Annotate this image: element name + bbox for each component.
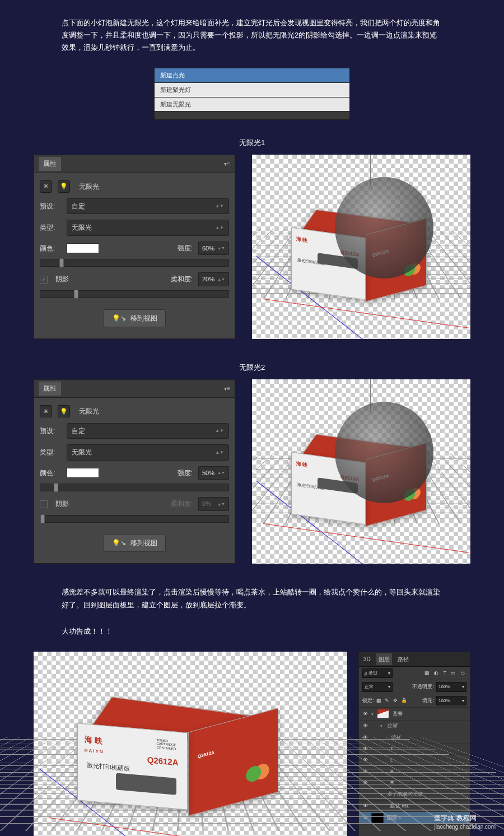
tab-paths[interactable]: 路径: [395, 653, 411, 665]
select-type-2[interactable]: 无限光▲▼: [67, 444, 229, 460]
viewport-light2[interactable]: Q2612A 海 映 Q2612A 激光打印机硒鼓: [252, 379, 470, 564]
label-fill: 填充:: [422, 696, 434, 705]
color-swatch[interactable]: [67, 243, 99, 253]
context-menu: 新建点光 新建聚光灯 新建无限光: [154, 68, 350, 120]
filter-icons[interactable]: ▦ ◐ T ▭ ◇: [424, 669, 466, 677]
light-type-title: 无限光: [79, 181, 99, 192]
panel-menu-icon[interactable]: ▾≡: [224, 159, 230, 169]
layer-bg[interactable]: 👁▾背景: [359, 708, 470, 721]
menu-item-spotlight[interactable]: 新建聚光灯: [155, 83, 349, 97]
move-to-view-button[interactable]: 💡↘ 移到视图: [104, 309, 166, 327]
light-gizmo-2[interactable]: [335, 402, 433, 503]
sun-icon[interactable]: ☀: [40, 180, 52, 193]
input-intensity-2[interactable]: 50%▲▼: [198, 466, 229, 480]
paragraph-intro: 点下面的小灯泡新建无限光，这个灯用来给暗面补光，建立完灯光后会发现视图里变得特亮…: [62, 17, 442, 54]
label-opacity: 不透明度:: [412, 682, 434, 691]
paragraph-outro-2: 大功告成！！！: [62, 625, 442, 638]
input-intensity[interactable]: 60%▲▼: [198, 241, 229, 256]
watermark: 查字典 教程网 jiaocheng.chazidian.com: [434, 814, 496, 830]
tab-layers[interactable]: 图层: [376, 653, 392, 665]
select-type[interactable]: 无限光▲▼: [67, 220, 229, 235]
lock-icons[interactable]: ▦ ✎ ✥ 🔒: [376, 696, 409, 705]
input-opacity[interactable]: 100%▾: [436, 682, 466, 692]
checkbox-shadow[interactable]: ✓: [40, 276, 48, 284]
label-preset: 预设:: [40, 201, 61, 212]
bulb-icon-2[interactable]: 💡: [58, 405, 70, 417]
properties-panel-1: 属性 ▾≡ ☀ 💡 无限光 预设: 自定▲▼ 类型: 无限光▲▼: [34, 155, 235, 339]
menu-item-pointlight[interactable]: 新建点光: [155, 68, 349, 83]
select-preset[interactable]: 自定▲▼: [67, 198, 229, 214]
label-softness: 柔和度:: [171, 273, 193, 285]
slider-intensity[interactable]: [40, 259, 229, 267]
bulb-icon[interactable]: 💡: [58, 180, 70, 193]
slider-softness-2: [40, 515, 229, 523]
box-brand: 海 映: [296, 235, 308, 245]
input-fill[interactable]: 100%▾: [436, 696, 466, 706]
label-intensity: 强度:: [178, 243, 193, 254]
panel-tab-properties[interactable]: 属性: [39, 157, 61, 170]
layer-t[interactable]: 👁T: [359, 744, 470, 755]
slider-softness[interactable]: [40, 290, 229, 298]
select-preset-2[interactable]: 自定▲▼: [67, 423, 229, 439]
color-swatch-2[interactable]: [67, 468, 99, 478]
paragraph-outro-1: 感觉差不多就可以最终渲染了，点击渲染后慢慢等待，喝点茶水，上站酷转一圈，给我点个…: [62, 586, 442, 611]
label-shadow: 阴影: [55, 273, 69, 285]
input-softness[interactable]: 20%▲▼: [198, 272, 229, 286]
panel-menu-icon-2[interactable]: ▾≡: [224, 384, 230, 393]
filter-kind[interactable]: ρ 类型▾: [362, 668, 393, 679]
sun-icon-2[interactable]: ☀: [40, 405, 52, 417]
label-type: 类型:: [40, 222, 61, 233]
checkbox-shadow-2[interactable]: [40, 500, 48, 508]
properties-panel-2: 属性 ▾≡ ☀ 💡 无限光 预设: 自定▲▼ 类型: 无限光▲▼: [34, 379, 235, 564]
input-softness-2: 0%▲▼: [198, 497, 229, 511]
label-color: 颜色:: [40, 243, 61, 254]
heading-light1: 无限光1: [22, 137, 482, 149]
viewport-final[interactable]: Q2612A 海 映HAIYN Q2612A 激光打印机硒鼓 TONER CAR…: [34, 652, 347, 836]
viewport-light1[interactable]: Q2612A 海 映 Q2612A 激光打印机硒鼓: [252, 155, 470, 339]
move-icon: 💡↘: [112, 313, 126, 324]
blend-mode[interactable]: 正常▾: [362, 682, 393, 692]
layer-texture-group[interactable]: 👁▾纹理: [359, 721, 470, 732]
tab-3d[interactable]: 3D: [361, 653, 373, 665]
layer-filter[interactable]: 👁滤材: [359, 732, 470, 744]
panel-tab-properties-2[interactable]: 属性: [39, 382, 61, 395]
label-lock: 锁定:: [362, 696, 374, 705]
heading-light2: 无限光2: [22, 361, 482, 374]
light-gizmo[interactable]: [335, 177, 433, 278]
slider-intensity-2[interactable]: [40, 484, 229, 491]
move-icon-2: 💡↘: [112, 537, 126, 549]
move-to-view-button-2[interactable]: 💡↘ 移到视图: [104, 534, 166, 552]
menu-item-infinitelight[interactable]: 新建无限光: [155, 97, 349, 112]
